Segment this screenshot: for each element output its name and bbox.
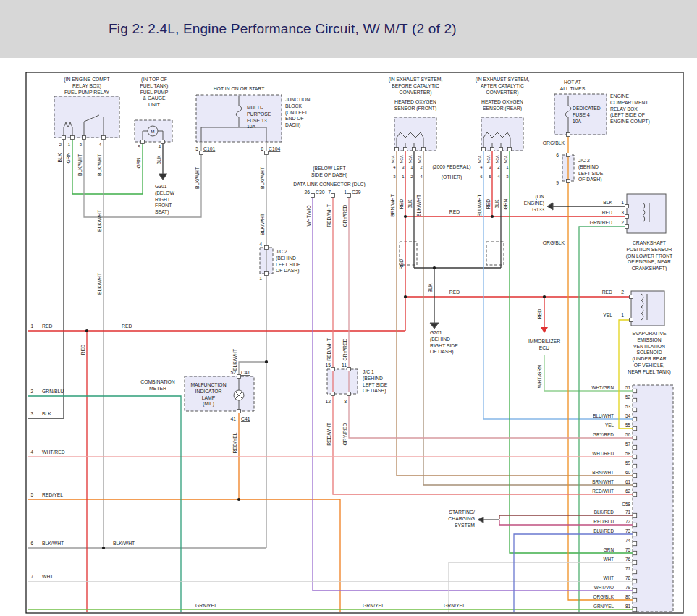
junction-dot — [404, 295, 407, 298]
row-number: 6 — [30, 541, 33, 546]
ecm-box — [633, 385, 673, 612]
ecm-pin-terminal — [633, 398, 636, 402]
junction-dot — [265, 360, 268, 363]
label: C41 — [241, 370, 250, 375]
label: 2 — [621, 290, 624, 295]
diagram-frame — [26, 72, 683, 613]
row-number: 3 — [30, 411, 33, 416]
label: 15 — [325, 363, 331, 368]
ho2s-front-box — [394, 117, 436, 151]
label: BLK/WHT — [77, 154, 83, 176]
ecm-pin-terminal — [633, 492, 636, 496]
ecm-wire-label: BLU/WHT — [593, 413, 614, 418]
nca-label: NCA — [391, 155, 395, 163]
row-number: 1 — [30, 324, 33, 329]
terminal-pin — [141, 140, 145, 144]
label: (OTHER) — [442, 174, 462, 180]
ecm-wire-label: YEL — [605, 423, 614, 428]
ecm-pin-number: 55 — [625, 423, 631, 428]
wiring-diagram: (IN ENGINE COMPTRELAY BOX)FUEL PUMP RELA… — [0, 0, 697, 616]
ecm-wire-label: WHT/RED — [592, 451, 614, 456]
junction-dot — [102, 547, 105, 549]
terminal-pin — [413, 148, 416, 151]
label: 1 — [621, 200, 624, 205]
label: BLK — [156, 155, 161, 164]
row-number: 7 — [30, 574, 33, 579]
nca-label: NCA — [478, 155, 482, 163]
ecm-wire-label: GRN/YEL — [593, 604, 614, 609]
terminal-pin — [83, 136, 86, 140]
label: (2000 FEDERAL) — [433, 164, 471, 170]
label: ORG/BLK — [543, 240, 565, 245]
label: 1 — [621, 313, 624, 318]
label: BLK/WHT — [97, 273, 102, 295]
label: C104 — [269, 146, 280, 151]
label: 1 — [344, 190, 347, 195]
ecm-wire-label: BLK/RED — [594, 510, 614, 515]
label: GRN/YEL — [444, 603, 465, 608]
label: BLK/WHT — [97, 210, 102, 232]
row-wire-label: RED/YEL — [42, 492, 63, 497]
terminal-pin — [265, 272, 269, 276]
label: 26 — [304, 190, 310, 195]
ecm-pin-number: 80 — [625, 594, 631, 599]
label: RED — [399, 199, 404, 209]
ecm-pin-terminal — [633, 551, 636, 554]
junction-dot — [543, 295, 546, 298]
terminal-pin — [347, 194, 351, 198]
terminal-pin — [625, 225, 629, 229]
label: RED — [399, 259, 404, 269]
label: 3 — [80, 143, 82, 147]
terminal-pin — [311, 194, 315, 198]
ecm-pin-number: 53 — [625, 404, 631, 409]
label: GRN/YEL — [363, 603, 384, 608]
terminal-pin — [508, 148, 512, 151]
ecm-pin-terminal — [633, 598, 636, 602]
terminal-pin — [499, 148, 503, 151]
evap-solenoid-box — [631, 291, 664, 326]
terminal-pin — [347, 368, 351, 371]
label: BLK/WHT — [260, 167, 265, 189]
label: RED — [449, 290, 460, 295]
ecm-wire-label: BLU/RED — [593, 528, 614, 533]
label: 2 — [59, 143, 62, 147]
ecm-connector-label: C58 — [622, 502, 630, 507]
nca-label: NCA — [408, 155, 413, 163]
ecm-pin-terminal — [633, 389, 636, 392]
row-wire-label: WHT/RED — [42, 450, 65, 455]
nca-label: NCA — [495, 155, 499, 163]
label: GRN — [136, 157, 141, 168]
page: (IN ENGINE COMPTRELAY BOX)FUEL PUMP RELA… — [0, 0, 697, 616]
label: 41 — [230, 416, 236, 421]
terminal-pin — [491, 148, 494, 151]
label: 12 — [325, 399, 331, 404]
ecm-pin-terminal — [633, 607, 636, 611]
ecm-wire-label: BRN/WHT — [592, 479, 614, 484]
label: BLK/WHT — [195, 167, 200, 189]
ecm-pin-number: 74 — [625, 538, 631, 543]
label: BLK/WHT — [232, 349, 237, 371]
terminal-pin — [161, 140, 165, 144]
terminal-pin — [331, 368, 335, 371]
ecm-pin-terminal — [633, 473, 636, 477]
label: BLK — [494, 199, 499, 208]
ecm-wire-label: WHT — [603, 557, 614, 562]
junction-dot — [237, 498, 240, 501]
label: 4 — [259, 242, 262, 247]
junction-dot — [404, 215, 407, 218]
ecm-wire-label: GRY/RED — [593, 432, 614, 437]
ecm-pin-number: 81 — [625, 604, 631, 609]
ecm-pin-terminal — [633, 588, 636, 592]
ecm-pin-number: 62 — [625, 489, 631, 494]
label: BLK — [428, 283, 433, 292]
row-wire-label: BLK — [42, 411, 51, 416]
nca-label: NCA — [504, 155, 508, 163]
ho2s-front-label: HEATED OXYGENSENSOR (FRONT) — [394, 99, 437, 111]
ecm-pin-number: 78 — [625, 575, 631, 581]
ecm-pin-terminal — [633, 408, 636, 411]
ecm-pin-terminal — [633, 445, 636, 449]
label: BLU/WHT — [477, 195, 482, 217]
ecm-pin-terminal — [633, 483, 636, 486]
dlc-location-label: (BELOW LEFTSIDE OF DASH) — [311, 166, 347, 178]
ecm-pin-number: 71 — [625, 510, 631, 515]
